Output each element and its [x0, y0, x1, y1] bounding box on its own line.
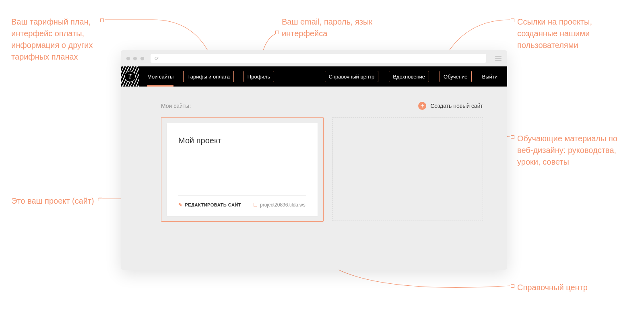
- project-title: Мой проект: [178, 136, 306, 145]
- plus-icon: +: [418, 102, 426, 110]
- annotation-marker-icon: [100, 19, 104, 22]
- annotation-profile-text: Ваш email, пароль, язык интерфейса: [282, 17, 372, 38]
- nav-learning-highlight: Обучение: [440, 71, 471, 82]
- annotation-inspiration: Ссылки на проекты, созданные нашими поль…: [517, 16, 634, 51]
- annotation-help-text: Справочный центр: [517, 283, 588, 292]
- project-url-link[interactable]: ☐ project20896.tilda.ws: [253, 202, 305, 208]
- annotation-marker-icon: [511, 135, 514, 139]
- traffic-light-icon: [133, 57, 137, 60]
- annotation-marker-icon: [275, 31, 279, 34]
- nav-learning[interactable]: Обучение: [436, 66, 475, 87]
- annotation-project-text: Это ваш проект (сайт): [11, 196, 94, 205]
- refresh-icon[interactable]: ⟳: [155, 56, 159, 61]
- annotation-learning-text: Обучающие материалы по веб-дизайну: руко…: [517, 134, 617, 166]
- projects-row: Мой проект ✎ РЕДАКТИРОВАТЬ САЙТ ☐ projec…: [161, 117, 483, 222]
- annotation-tariff: Ваш тарифный план, интерфейс оплаты, инф…: [11, 16, 104, 63]
- browser-chrome-bar: ⟳: [121, 50, 507, 66]
- nav-help-highlight: Справочный центр: [325, 71, 379, 82]
- create-site-label: Создать новый сайт: [430, 103, 483, 109]
- nav-right: Справочный центр Вдохновение Обучение Вы…: [321, 66, 502, 87]
- annotation-project: Это ваш проект (сайт): [11, 195, 100, 207]
- annotation-tariff-text: Ваш тарифный план, интерфейс оплаты, инф…: [11, 17, 93, 61]
- url-bar[interactable]: ⟳: [151, 54, 486, 63]
- project-footer: ✎ РЕДАКТИРОВАТЬ САЙТ ☐ project20896.tild…: [178, 195, 306, 208]
- external-link-icon: ☐: [253, 202, 258, 208]
- annotation-marker-icon: [511, 284, 514, 288]
- browser-window: ⟳ T Мои сайты Тарифы и оплата Профиль Сп…: [121, 50, 507, 270]
- nav-inspiration[interactable]: Вдохновение: [385, 66, 433, 87]
- traffic-light-icon: [126, 57, 130, 60]
- pencil-icon: ✎: [178, 202, 183, 208]
- app-body: Мои сайты: + Создать новый сайт Мой прое…: [121, 87, 507, 270]
- body-header-row: Мои сайты: + Создать новый сайт: [161, 102, 483, 110]
- traffic-lights: [126, 55, 146, 62]
- app-header: T Мои сайты Тарифы и оплата Профиль Спра…: [121, 66, 507, 87]
- nav-tariffs-highlight: Тарифы и оплата: [183, 71, 233, 82]
- nav-tariffs[interactable]: Тарифы и оплата: [179, 66, 237, 87]
- annotation-marker-icon: [511, 19, 514, 22]
- nav-profile-highlight: Профиль: [244, 71, 274, 82]
- edit-site-link[interactable]: ✎ РЕДАКТИРОВАТЬ САЙТ: [178, 202, 241, 208]
- annotation-profile: Ваш email, пароль, язык интерфейса: [282, 16, 386, 39]
- nav-inspiration-highlight: Вдохновение: [389, 71, 429, 82]
- edit-site-label: РЕДАКТИРОВАТЬ САЙТ: [185, 202, 242, 207]
- annotation-learning: Обучающие материалы по веб-дизайну: руко…: [517, 133, 634, 168]
- nav-profile[interactable]: Профиль: [239, 66, 278, 87]
- traffic-light-icon: [140, 57, 144, 60]
- annotation-marker-icon: [99, 198, 102, 201]
- logo-icon: T: [124, 71, 136, 82]
- nav-logout[interactable]: Выйти: [478, 66, 502, 87]
- project-highlight: Мой проект ✎ РЕДАКТИРОВАТЬ САЙТ ☐ projec…: [161, 117, 324, 222]
- annotation-inspiration-text: Ссылки на проекты, созданные нашими поль…: [517, 17, 592, 50]
- create-site-button[interactable]: + Создать новый сайт: [418, 102, 483, 110]
- page-title: Мои сайты:: [161, 103, 191, 109]
- project-card[interactable]: Мой проект ✎ РЕДАКТИРОВАТЬ САЙТ ☐ projec…: [167, 123, 318, 216]
- nav-my-sites[interactable]: Мои сайты: [143, 66, 178, 87]
- empty-project-slot[interactable]: [332, 117, 483, 221]
- hamburger-menu-icon[interactable]: [495, 56, 502, 61]
- nav-help-center[interactable]: Справочный центр: [321, 66, 383, 87]
- project-url-text: project20896.tilda.ws: [260, 202, 305, 208]
- annotation-help: Справочный центр: [517, 282, 634, 293]
- nav-left: Мои сайты Тарифы и оплата Профиль: [143, 66, 278, 87]
- logo[interactable]: T: [121, 66, 139, 87]
